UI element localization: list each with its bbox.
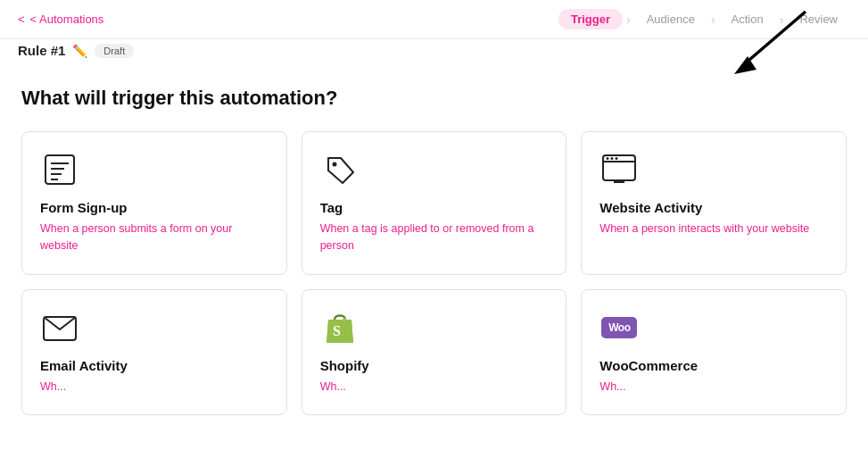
edit-rule-icon[interactable]: ✏️ <box>72 44 87 58</box>
woocommerce-desc: Wh... <box>599 379 828 396</box>
svg-text:S: S <box>333 323 341 338</box>
website-activity-title: Website Activity <box>599 200 828 215</box>
step-audience[interactable]: Audience <box>634 9 707 29</box>
svg-point-12 <box>616 157 618 160</box>
shopify-icon: S <box>320 308 360 347</box>
form-signup-title: Form Sign-up <box>40 200 269 215</box>
card-website-activity[interactable]: Website Activity When a person interacts… <box>581 131 847 275</box>
form-signup-desc: When a person submits a form on your web… <box>40 221 269 254</box>
rule-row: Rule #1 ✏️ Draft <box>0 39 868 65</box>
step-trigger[interactable]: Trigger <box>558 9 623 29</box>
card-email-activity[interactable]: Email Activity Wh... <box>21 289 287 416</box>
svg-point-11 <box>611 157 614 160</box>
page-title: What will trigger this automation? <box>21 87 847 110</box>
step-arrow-3: › <box>780 12 784 27</box>
email-activity-title: Email Activity <box>40 358 269 373</box>
woocommerce-icon: Woo <box>599 308 639 347</box>
stepper: Trigger › Audience › Action › Review <box>558 9 850 29</box>
card-form-signup[interactable]: Form Sign-up When a person submits a for… <box>21 131 287 275</box>
shopify-title: Shopify <box>320 358 549 373</box>
card-shopify[interactable]: S Shopify Wh... <box>302 289 567 416</box>
tag-title: Tag <box>320 200 549 215</box>
step-review[interactable]: Review <box>787 9 850 29</box>
email-activity-icon <box>40 308 79 347</box>
cards-grid: Form Sign-up When a person submits a for… <box>21 131 847 415</box>
website-activity-icon <box>599 150 639 189</box>
card-woocommerce[interactable]: Woo WooCommerce Wh... <box>581 289 847 416</box>
draft-badge: Draft <box>95 44 134 58</box>
form-signup-icon <box>40 150 79 189</box>
svg-point-7 <box>332 162 336 167</box>
woocommerce-title: WooCommerce <box>599 358 828 373</box>
step-arrow-2: › <box>711 12 715 27</box>
step-action-label[interactable]: Action <box>719 9 776 29</box>
shopify-desc: Wh... <box>320 379 549 396</box>
svg-rect-17 <box>343 318 346 321</box>
website-activity-desc: When a person interacts with your websit… <box>599 221 828 237</box>
tag-desc: When a tag is applied to or removed from… <box>320 221 549 254</box>
email-activity-desc: Wh... <box>40 379 269 396</box>
step-trigger-label[interactable]: Trigger <box>558 9 623 29</box>
card-tag[interactable]: Tag When a tag is applied to or removed … <box>302 131 567 275</box>
rule-title: Rule #1 <box>18 43 65 58</box>
tag-icon <box>320 150 360 189</box>
step-action[interactable]: Action <box>719 9 776 29</box>
back-to-automations[interactable]: < < Automations <box>18 12 103 26</box>
step-audience-label[interactable]: Audience <box>634 9 707 29</box>
svg-point-10 <box>607 157 609 160</box>
main-content: What will trigger this automation? Form … <box>0 65 868 429</box>
step-review-label[interactable]: Review <box>787 9 850 29</box>
step-arrow-1: › <box>626 12 631 27</box>
